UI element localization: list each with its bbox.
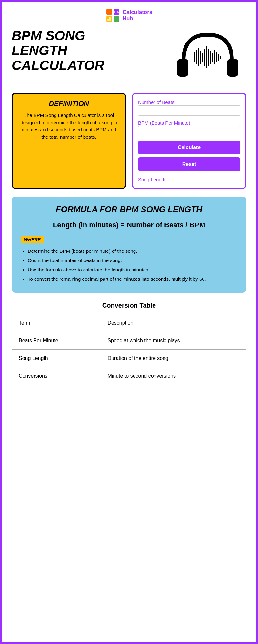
svg-rect-28 xyxy=(220,56,221,59)
definition-text: The BPM Song Length Calculator is a tool… xyxy=(18,112,120,141)
svg-rect-14 xyxy=(193,55,194,60)
svg-rect-11 xyxy=(177,59,188,77)
formula-step-3: Use the formula above to calculate the l… xyxy=(28,266,237,273)
conversion-table: Term Description Beats Per Minute Speed … xyxy=(12,314,246,385)
svg-rect-20 xyxy=(204,49,205,66)
desc-conversions: Minute to second conversions xyxy=(101,367,246,385)
page-title: BPM SONG LENGTH CALCULATOR xyxy=(12,28,121,73)
term-conversions: Conversions xyxy=(12,367,101,385)
where-badge: WHERE xyxy=(21,236,44,243)
table-header-row: Term Description xyxy=(12,314,246,332)
desc-bpm: Speed at which the music plays xyxy=(101,332,246,349)
song-length-label: Song Length: xyxy=(138,177,240,182)
formula-section: FORMULA FOR BPM SONG LENGTH Length (in m… xyxy=(12,197,246,293)
svg-rect-16 xyxy=(196,50,197,64)
table-row: Conversions Minute to second conversions xyxy=(12,367,246,385)
svg-rect-10 xyxy=(118,12,119,13)
svg-rect-26 xyxy=(216,52,217,62)
formula-step-2: Count the total number of beats in the s… xyxy=(28,257,237,264)
formula-step-1: Determine the BPM (beats per minute) of … xyxy=(28,248,237,254)
svg-rect-18 xyxy=(200,51,201,64)
svg-rect-17 xyxy=(198,48,199,66)
svg-rect-9 xyxy=(117,11,118,13)
term-bpm: Beats Per Minute xyxy=(12,332,101,349)
definition-box: DEFINITION The BPM Song Length Calculato… xyxy=(12,93,126,189)
beats-input[interactable] xyxy=(138,105,240,116)
logo-area: Calculators Hub xyxy=(12,8,246,23)
conversion-table-title: Conversion Table xyxy=(12,302,246,309)
calculator-box: Number of Beats: BPM (Beats Per Minute):… xyxy=(132,93,246,189)
svg-rect-21 xyxy=(206,46,207,68)
headphone-svg xyxy=(174,28,242,86)
svg-rect-25 xyxy=(214,50,215,64)
formula-step-4: To convert the remaining decimal part of… xyxy=(28,276,237,282)
table-row: Beats Per Minute Speed at which the musi… xyxy=(12,332,246,349)
svg-rect-4 xyxy=(107,19,109,21)
svg-rect-24 xyxy=(212,53,213,62)
svg-rect-8 xyxy=(116,10,116,14)
svg-rect-7 xyxy=(114,11,115,13)
header-description: Description xyxy=(101,314,246,332)
term-song-length: Song Length xyxy=(12,349,101,367)
definition-heading: DEFINITION xyxy=(18,99,120,108)
svg-rect-3 xyxy=(114,16,119,22)
mid-section: DEFINITION The BPM Song Length Calculato… xyxy=(12,93,246,189)
bpm-label: BPM (Beats Per Minute): xyxy=(138,120,192,126)
reset-button[interactable]: Reset xyxy=(138,157,240,171)
top-section: BPM SONG LENGTH CALCULATOR xyxy=(12,28,246,86)
svg-rect-0 xyxy=(106,9,112,15)
formula-title: FORMULA FOR BPM SONG LENGTH xyxy=(21,204,237,214)
bpm-input[interactable] xyxy=(138,126,240,136)
logo-text: Calculators Hub xyxy=(123,9,153,22)
header-term: Term xyxy=(12,314,101,332)
formula-list: Determine the BPM (beats per minute) of … xyxy=(21,248,237,282)
beats-label: Number of Beats: xyxy=(138,99,176,105)
svg-rect-15 xyxy=(194,52,195,62)
calculate-button[interactable]: Calculate xyxy=(138,141,240,154)
svg-rect-5 xyxy=(109,17,111,21)
formula-equation: Length (in minutes) = Number of Beats / … xyxy=(21,220,237,230)
svg-rect-12 xyxy=(227,59,238,77)
svg-rect-27 xyxy=(218,54,219,61)
table-row: Song Length Duration of the entire song xyxy=(12,349,246,367)
svg-rect-23 xyxy=(210,51,211,64)
svg-rect-22 xyxy=(208,49,209,66)
svg-rect-19 xyxy=(202,53,203,62)
headphone-graphic xyxy=(169,28,246,86)
logo-icon xyxy=(106,8,120,23)
desc-song-length: Duration of the entire song xyxy=(101,349,246,367)
conversion-section: Conversion Table Term Description Beats … xyxy=(12,302,246,385)
